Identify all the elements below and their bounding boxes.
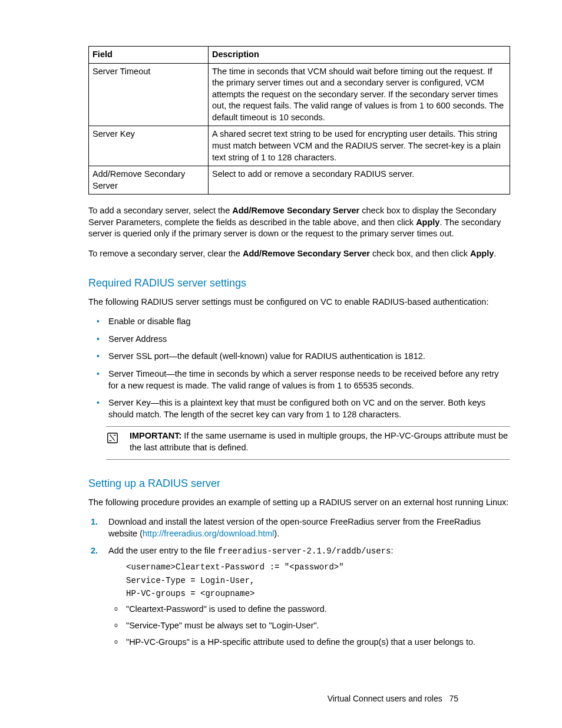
list-item: Server SSL port—the default (well-known)… [88, 351, 510, 363]
code-block: <username>Cleartext-Password := "<passwo… [126, 561, 510, 600]
cell-field: Server Key [89, 126, 209, 166]
important-note: IMPORTANT: If the same username is used … [106, 426, 510, 460]
field-description-table: Field Description Server Timeout The tim… [88, 46, 510, 195]
step2-sublist: "Cleartext-Password" is used to define t… [108, 604, 510, 648]
step-1: Download and install the latest version … [88, 516, 510, 539]
footer-page: 75 [449, 694, 458, 703]
footer-section: Virtual Connect users and roles [328, 694, 442, 703]
important-text: IMPORTANT: If the same username is used … [130, 430, 510, 453]
required-list: Enable or disable flag Server Address Se… [88, 316, 510, 420]
list-item: Enable or disable flag [88, 316, 510, 328]
list-item: "HP-VC-Groups" is a HP-specific attribut… [108, 637, 510, 648]
cell-field: Add/Remove Secondary Server [89, 166, 209, 195]
list-item: "Cleartext-Password" is used to define t… [108, 604, 510, 615]
file-path: freeradius-server-2.1.9/raddb/users [217, 546, 391, 556]
code-line: HP-VC-groups = <groupname> [126, 587, 510, 600]
list-item: Server Address [88, 334, 510, 345]
page-footer: Virtual Connect users and roles 75 [328, 693, 458, 704]
step-2: Add the user entry to the file freeradiu… [88, 545, 510, 648]
cell-desc: A shared secret text string to be used f… [209, 126, 510, 166]
th-description: Description [209, 47, 510, 64]
list-item: "Service-Type" must be always set to "Lo… [108, 620, 510, 632]
list-item: Server Timeout—the time in seconds by wh… [88, 368, 510, 391]
table-row: Server Key A shared secret text string t… [89, 126, 510, 166]
freeradius-link[interactable]: http://freeradius.org/download.html [143, 529, 274, 538]
heading-required-settings: Required RADIUS server settings [88, 276, 510, 290]
important-icon [106, 430, 130, 453]
paragraph-remove-secondary: To remove a secondary server, clear the … [88, 248, 510, 260]
th-field: Field [89, 47, 209, 64]
heading-setup-radius: Setting up a RADIUS server [88, 476, 510, 490]
cell-field: Server Timeout [89, 63, 209, 126]
code-line: <username>Cleartext-Password := "<passwo… [126, 561, 510, 574]
paragraph-add-secondary: To add a secondary server, select the Ad… [88, 205, 510, 240]
table-row: Server Timeout The time in seconds that … [89, 63, 510, 126]
list-item: Server Key—this is a plaintext key that … [88, 397, 510, 420]
required-intro: The following RADIUS server settings mus… [88, 297, 510, 308]
setup-intro: The following procedure provides an exam… [88, 497, 510, 509]
table-row: Add/Remove Secondary Server Select to ad… [89, 166, 510, 195]
cell-desc: The time in seconds that VCM should wait… [209, 63, 510, 126]
setup-steps: Download and install the latest version … [88, 516, 510, 648]
cell-desc: Select to add or remove a secondary RADI… [209, 166, 510, 195]
code-line: Service-Type = Login-User, [126, 574, 510, 587]
